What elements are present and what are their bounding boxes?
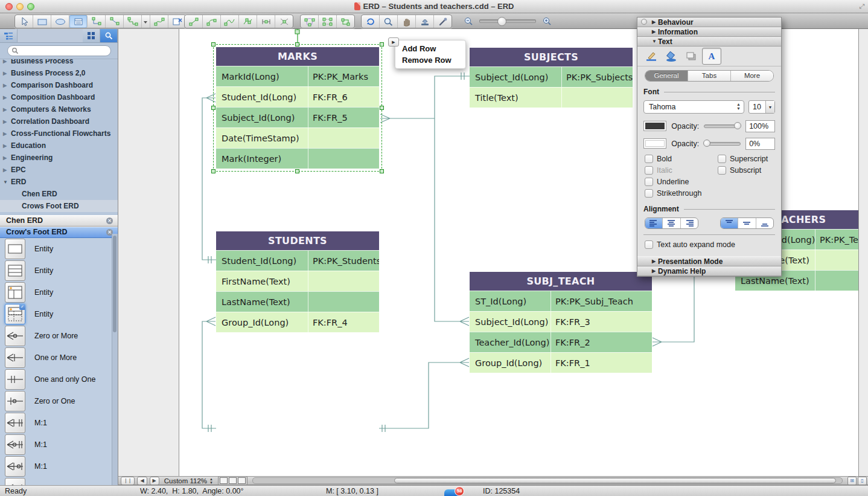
section-information[interactable]: ▶ Information [637,27,781,37]
refresh-tool[interactable] [362,15,380,28]
align-left-button[interactable] [645,218,663,228]
library-panel-crow-s-foot-erd[interactable]: Crow's Foot ERD✕ [0,227,118,238]
library-item-crows-foot-erd[interactable]: Crows Foot ERD [0,200,118,212]
table-row[interactable]: Title(Text) [470,87,633,108]
polyline-tool[interactable] [239,15,257,28]
superscript-checkbox[interactable]: Superscript [718,155,768,163]
library-item-business-process[interactable]: ▶Business Process [0,59,118,67]
background-color-swatch[interactable] [643,138,666,149]
section-text[interactable]: ▼ Text [637,37,781,47]
background-opacity-value[interactable]: 0% [745,138,775,150]
table-row[interactable]: Subject_Id(Long)FK:FR_3 [470,311,652,332]
library-item-business-process-2-0[interactable]: ▶Business Process 2,0 [0,67,118,79]
entity-simple-icon[interactable] [5,239,25,259]
m1-d-icon[interactable] [5,478,25,485]
italic-checkbox[interactable]: Italic [645,166,672,175]
table-row[interactable]: Date(TimeStamp) [216,127,379,148]
zoom-out-icon[interactable] [464,16,473,26]
selection-handle[interactable] [211,42,215,47]
library-item-composition-dashboard[interactable]: ▶Composition Dashboard [0,91,118,103]
text-format-icon[interactable]: A [702,48,721,65]
table-row[interactable]: Student_Id(Long)FK:FR_6 [216,86,379,107]
one-or-more-icon[interactable] [5,347,25,368]
disconnect-tool[interactable] [168,15,186,28]
stroke-format-icon[interactable] [642,48,660,64]
zoom-tool[interactable] [380,15,398,28]
fullscreen-icon[interactable]: ⤢ [859,2,864,10]
zoom-level-label[interactable]: Custom 112% [164,477,207,485]
entity-rows-icon[interactable] [5,260,25,281]
align-right-button[interactable] [681,218,698,228]
erd-table-students[interactable]: STUDENTSStudent_Id(Long)PK:PK_StudentsFi… [216,231,379,332]
table-row[interactable]: Group_Id(Long)FK:FR_4 [216,312,379,332]
table-row[interactable]: MarkId(Long)PK:PK_Marks [216,66,379,86]
zoom-slider-thumb[interactable] [497,17,506,26]
library-item-computers-networks[interactable]: ▶Computers & Networks [0,103,118,115]
entity-expand-icon[interactable]: ✓ [5,304,25,324]
table-row[interactable]: Subject_Id(Long)PK:PK_Subjects [470,66,633,87]
stamp-tool[interactable] [416,15,434,28]
next-page-button[interactable]: ▶ [150,477,159,485]
horizontal-scrollbar[interactable] [252,477,843,484]
text-opacity-slider[interactable] [704,124,741,128]
align-top-button[interactable] [721,218,738,228]
split-tool[interactable] [275,15,293,28]
shape-item-entity-rows[interactable]: Entity [0,260,118,282]
dock-app-icon[interactable]: 58 [444,489,460,496]
smart-connector-dropdown[interactable] [142,15,150,28]
section-behaviour[interactable]: ▶ Behaviour [637,18,781,27]
table-row[interactable]: Subject_Id(Long)FK:FR_5 [216,107,379,127]
text-opacity-value[interactable]: 100% [745,120,775,132]
selection-handle[interactable] [380,169,384,173]
tab-general[interactable]: General [645,71,688,81]
shadow-format-icon[interactable] [682,48,700,64]
smart-connector[interactable] [124,15,142,28]
selection-handle[interactable] [295,169,299,173]
library-item-comparison-dashboard[interactable]: ▶Comparison Dashboard [0,79,118,91]
search-input[interactable] [7,45,111,56]
erd-table-subj_teach[interactable]: SUBJ_TEACHST_Id(Long)PK:PK_Subj_TeachSub… [470,272,652,373]
entity-columns-icon[interactable] [5,282,25,303]
bold-checkbox[interactable]: Bold [645,155,672,163]
font-size-select[interactable]: 10▼ [748,100,775,114]
elbow-connector[interactable] [88,15,106,28]
one-and-only-one-icon[interactable] [5,369,25,390]
library-item-chen-erd[interactable]: Chen ERD [0,188,118,200]
shape-item-entity-expand[interactable]: ✓Entity [0,303,118,325]
zoom-stepper[interactable]: ▲▼ [209,477,213,485]
split-view-icon[interactable]: ⊞ [847,477,857,485]
library-item-erd[interactable]: ▼ERD [0,176,118,188]
shape-item-entity-simple[interactable]: Entity [0,238,118,260]
section-dynamic-help[interactable]: ▶ Dynamic Help [637,266,781,276]
reshape-tool[interactable] [301,15,319,28]
shape-list-scrollbar-thumb[interactable] [113,236,116,332]
context-menu-item-add-row[interactable]: Add Row [395,43,465,54]
table-row[interactable]: FirstName(Text) [216,271,379,291]
library-item-education[interactable]: ▶Education [0,140,118,152]
close-icon[interactable]: ✕ [106,217,113,224]
selection-handle[interactable] [295,42,299,47]
align-center-button[interactable] [663,218,680,228]
erd-table-marks[interactable]: MARKSMarkId(Long)PK:PK_MarksStudent_Id(L… [216,47,379,169]
library-item-epc[interactable]: ▶EPC [0,164,118,176]
library-item-correlation-dashboard[interactable]: ▶Correlation Dashboard [0,115,118,127]
table-row[interactable]: LastName(Text) [216,291,379,312]
tree-view-icon[interactable] [0,29,18,42]
shape-item-one-and-only-one[interactable]: One and only One [0,369,118,390]
tab-more[interactable]: More [731,71,773,81]
zoom-slider-track[interactable] [479,19,536,23]
strikethrough-checkbox[interactable]: Strikethrough [645,189,701,198]
selection-handle[interactable] [380,42,384,47]
page-thumbnail[interactable] [229,477,237,484]
section-presentation-mode[interactable]: ▶ Presentation Mode [637,256,781,266]
table-tool[interactable] [69,15,88,28]
selection-handle[interactable] [211,106,215,110]
page-thumbnail[interactable] [220,477,228,484]
shape-list-scrollbar[interactable] [112,234,118,485]
ellipse-tool[interactable] [51,15,69,28]
bezier-tool[interactable] [221,15,239,28]
context-menu-launcher-button[interactable]: ▶ [388,37,399,47]
midpoint-tool[interactable] [257,15,275,28]
subscript-checkbox[interactable]: Subscript [718,166,761,175]
page-view-icon[interactable]: ▯ [858,477,867,485]
